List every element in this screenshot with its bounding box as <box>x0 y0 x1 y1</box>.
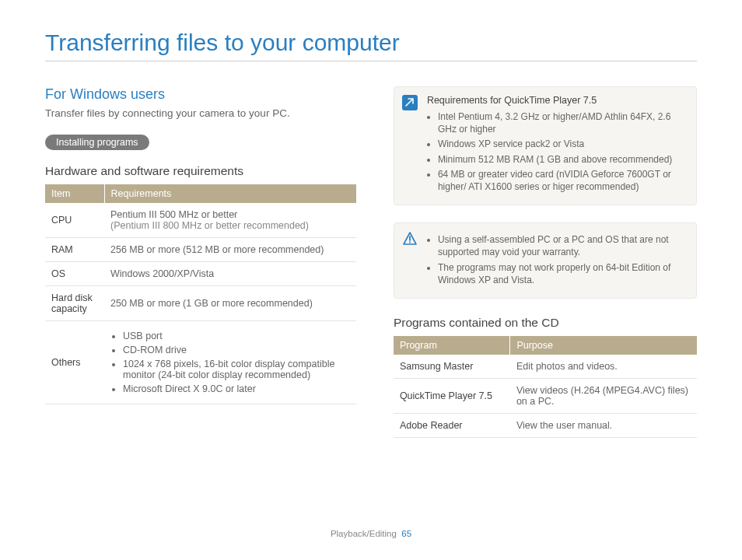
list-item: USB port <box>123 331 350 341</box>
requirements-table: Item Requirements CPU Pentium III 500 MH… <box>45 184 356 404</box>
table-row: Hard disk capacity 250 MB or more (1 GB … <box>45 286 356 321</box>
note-quicktime-requirements: Requirements for QuickTime Player 7.5 In… <box>394 86 697 205</box>
col-requirements: Requirements <box>104 184 356 203</box>
table-row: Samsung Master Edit photos and videos. <box>394 355 697 379</box>
list-item: Using a self-assembled PC or a PC and OS… <box>438 233 687 258</box>
list-item: Intel Pentium 4, 3.2 GHz or higher/AMD A… <box>438 110 687 135</box>
list-item: Minimum 512 MB RAM (1 GB and above recom… <box>438 153 687 166</box>
list-item: Microsoft Direct X 9.0C or later <box>123 383 350 394</box>
list-item: Windows XP service pack2 or Vista <box>438 138 687 150</box>
col-item: Item <box>45 184 104 203</box>
table-row: Others USB port CD-ROM drive 1024 x 768 … <box>45 321 356 404</box>
page-footer: Playback/Editing 65 <box>0 529 742 538</box>
programs-table: Program Purpose Samsung Master Edit phot… <box>394 336 697 438</box>
requirements-heading: Hardware and software requirements <box>45 164 356 178</box>
col-program: Program <box>394 336 510 355</box>
list-item: 1024 x 768 pixels, 16-bit color display … <box>123 359 350 380</box>
page-title: Transferring files to your computer <box>45 30 697 56</box>
table-row: QuickTime Player 7.5 View videos (H.264 … <box>394 378 697 413</box>
table-row: RAM 256 MB or more (512 MB or more recom… <box>45 238 356 262</box>
page-number: 65 <box>401 529 411 538</box>
table-row: OS Windows 2000/XP/Vista <box>45 262 356 286</box>
svg-point-1 <box>409 242 411 243</box>
note-title: Requirements for QuickTime Player 7.5 <box>427 95 687 106</box>
warning-icon <box>402 231 418 247</box>
footer-section: Playback/Editing <box>331 529 397 538</box>
section-heading: For Windows users <box>45 86 356 103</box>
list-item: 64 MB or greater video card (nVIDIA Gefo… <box>438 168 687 193</box>
note-icon <box>402 95 418 110</box>
right-column: Requirements for QuickTime Player 7.5 In… <box>394 86 697 438</box>
col-purpose: Purpose <box>510 336 697 355</box>
pill-installing-programs: Installing programs <box>45 135 149 150</box>
list-item: The programs may not work properly on 64… <box>438 261 687 286</box>
section-subtext: Transfer files by connecting your camera… <box>45 107 356 119</box>
table-row: CPU Pentium III 500 MHz or better(Pentiu… <box>45 203 356 238</box>
list-item: CD-ROM drive <box>123 345 350 355</box>
programs-heading: Programs contained on the CD <box>394 316 697 330</box>
left-column: For Windows users Transfer files by conn… <box>45 86 356 438</box>
note-warning: Using a self-assembled PC or a PC and OS… <box>394 222 697 299</box>
table-row: Adobe Reader View the user manual. <box>394 413 697 437</box>
divider <box>45 61 697 61</box>
